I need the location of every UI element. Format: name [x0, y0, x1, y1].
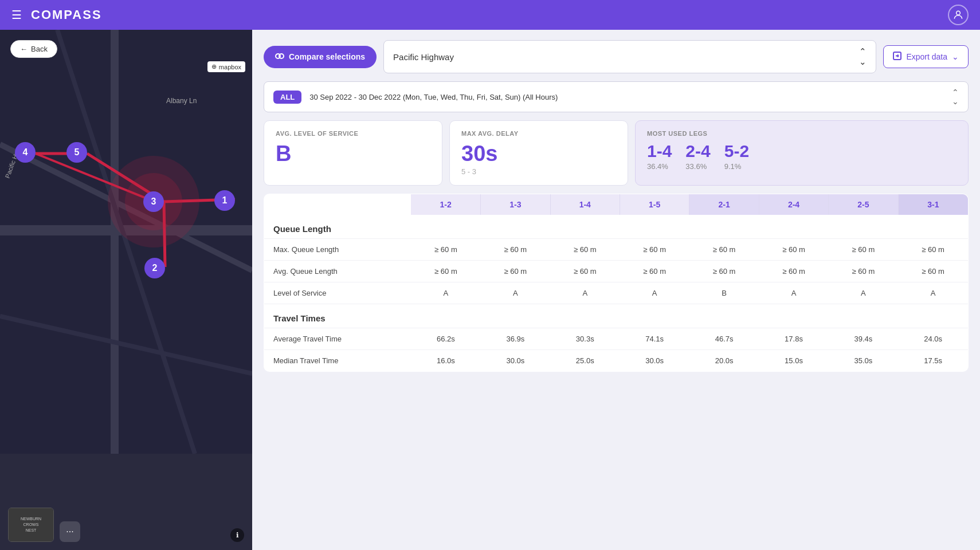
cell-value: 46.7s: [689, 328, 759, 350]
cell-value: 35.0s: [829, 350, 898, 372]
back-label: Back: [31, 45, 48, 53]
cell-value: 39.4s: [829, 328, 898, 350]
cell-value: 66.2s: [411, 328, 480, 350]
map-roads-svg: Albany Ln Pacific Hwy: [0, 30, 252, 454]
top-nav: ☰ COMPASS: [0, 0, 980, 30]
leg-pct: 9.1%: [724, 162, 749, 171]
leg-pct: 33.6%: [685, 162, 710, 171]
leg-pct: 36.4%: [647, 162, 672, 171]
most-used-leg: 5-2 9.1%: [724, 142, 749, 171]
cell-value: ≥ 60 m: [550, 261, 620, 282]
most-used-leg: 1-4 36.4%: [647, 142, 672, 171]
cell-value: 20.0s: [689, 350, 759, 372]
back-button[interactable]: ← Back: [10, 40, 57, 58]
route-chevron-icon: ⌃⌄: [859, 46, 867, 67]
max-delay-label: MAX AVG. DELAY: [461, 130, 616, 137]
map-node-1[interactable]: 1: [214, 190, 235, 211]
map-node-3[interactable]: 3: [143, 191, 164, 212]
most-used-label: MOST USED LEGS: [647, 130, 957, 137]
cell-value: A: [759, 282, 828, 304]
section-header-row: Travel Times: [264, 304, 969, 328]
back-icon: ←: [20, 45, 28, 53]
map-node-5[interactable]: 5: [66, 142, 87, 163]
route-selector[interactable]: Pacific Highway ⌃⌄: [383, 40, 876, 73]
col-header-1-4: 1-4: [550, 194, 620, 215]
cell-value: ≥ 60 m: [620, 239, 689, 261]
avg-los-label: AVG. LEVEL OF SERVICE: [276, 130, 430, 137]
section-title: Queue Length: [264, 215, 969, 239]
cell-value: 17.5s: [898, 350, 968, 372]
compare-icon: [275, 52, 284, 62]
cell-value: ≥ 60 m: [898, 261, 968, 282]
cell-value: ≥ 60 m: [411, 261, 480, 282]
compare-button[interactable]: Compare selections: [264, 46, 377, 68]
map-info-icon: ℹ: [230, 528, 244, 542]
app-logo: COMPASS: [31, 7, 102, 22]
cell-value: ≥ 60 m: [411, 239, 480, 261]
cell-value: ≥ 60 m: [759, 239, 828, 261]
max-delay-value: 30s: [461, 142, 616, 166]
export-icon: [893, 52, 901, 62]
row-label: Average Travel Time: [264, 328, 411, 350]
date-filter[interactable]: ALL 30 Sep 2022 - 30 Dec 2022 (Mon, Tue,…: [264, 81, 969, 112]
mapbox-label: mapbox: [219, 64, 241, 70]
all-badge: ALL: [273, 91, 301, 104]
cell-value: ≥ 60 m: [829, 239, 898, 261]
max-delay-sub: 5 - 3: [461, 167, 616, 176]
col-header-2-4: 2-4: [759, 194, 828, 215]
section-title: Travel Times: [264, 304, 969, 328]
col-header-1-3: 1-3: [481, 194, 550, 215]
cell-value: 25.0s: [550, 350, 620, 372]
map-more-button[interactable]: ···: [60, 521, 80, 542]
cell-value: 36.9s: [481, 328, 550, 350]
map-node-4[interactable]: 4: [15, 142, 36, 163]
main-area: Albany Ln Pacific Hwy ← Back ⊕ mapbox 1 …: [0, 30, 980, 550]
col-header-2-1: 2-1: [689, 194, 759, 215]
table-row: Median Travel Time16.0s30.0s25.0s30.0s20…: [264, 350, 969, 372]
export-chevron-icon: ⌄: [952, 52, 959, 61]
column-header-row: 1-21-31-41-52-12-42-53-1: [264, 194, 969, 215]
map-panel: Albany Ln Pacific Hwy ← Back ⊕ mapbox 1 …: [0, 30, 252, 550]
minimap: NEWBURNCROWSNEST: [8, 508, 54, 542]
date-range-text: 30 Sep 2022 - 30 Dec 2022 (Mon, Tue, Wed…: [309, 93, 944, 101]
user-avatar[interactable]: [948, 5, 969, 25]
mapbox-badge: ⊕ mapbox: [207, 61, 245, 72]
max-delay-card: MAX AVG. DELAY 30s 5 - 3: [449, 120, 628, 186]
mapbox-icon: ⊕: [211, 63, 217, 70]
data-table: 1-21-31-41-52-12-42-53-1 Queue LengthMax…: [264, 194, 969, 372]
most-used-items: 1-4 36.4% 2-4 33.6% 5-2 9.1%: [647, 142, 957, 171]
cell-value: 74.1s: [620, 328, 689, 350]
export-label: Export data: [906, 52, 947, 61]
cell-value: 24.0s: [898, 328, 968, 350]
cell-value: 30.0s: [620, 350, 689, 372]
svg-text:Albany Ln: Albany Ln: [166, 97, 197, 105]
cell-value: ≥ 60 m: [481, 239, 550, 261]
leg-id: 2-4: [685, 142, 710, 161]
route-name: Pacific Highway: [393, 52, 454, 62]
cell-value: A: [481, 282, 550, 304]
section-header-row: Queue Length: [264, 215, 969, 239]
map-node-2[interactable]: 2: [144, 258, 165, 278]
col-header-empty: [264, 194, 411, 215]
cell-value: ≥ 60 m: [898, 239, 968, 261]
most-used-card: MOST USED LEGS 1-4 36.4% 2-4 33.6% 5-2 9…: [635, 120, 969, 186]
menu-icon[interactable]: ☰: [11, 8, 22, 22]
data-table-area: 1-21-31-41-52-12-42-53-1 Queue LengthMax…: [252, 194, 980, 550]
table-row: Level of ServiceAAAABAAA: [264, 282, 969, 304]
table-row: Max. Queue Length≥ 60 m≥ 60 m≥ 60 m≥ 60 …: [264, 239, 969, 261]
leg-id: 5-2: [724, 142, 749, 161]
avg-los-card: AVG. LEVEL OF SERVICE B: [264, 120, 442, 186]
cell-value: A: [550, 282, 620, 304]
cell-value: ≥ 60 m: [689, 261, 759, 282]
right-panel: Compare selections Pacific Highway ⌃⌄ Ex…: [252, 30, 980, 550]
col-header-1-2: 1-2: [411, 194, 480, 215]
cell-value: ≥ 60 m: [550, 239, 620, 261]
cell-value: A: [898, 282, 968, 304]
stats-row: AVG. LEVEL OF SERVICE B MAX AVG. DELAY 3…: [264, 120, 969, 186]
date-chevron-icon: ⌃⌄: [952, 88, 959, 106]
table-row: Average Travel Time66.2s36.9s30.3s74.1s4…: [264, 328, 969, 350]
col-header-1-5: 1-5: [620, 194, 689, 215]
row-label: Max. Queue Length: [264, 239, 411, 261]
leg-id: 1-4: [647, 142, 672, 161]
export-button[interactable]: Export data ⌄: [883, 45, 969, 68]
